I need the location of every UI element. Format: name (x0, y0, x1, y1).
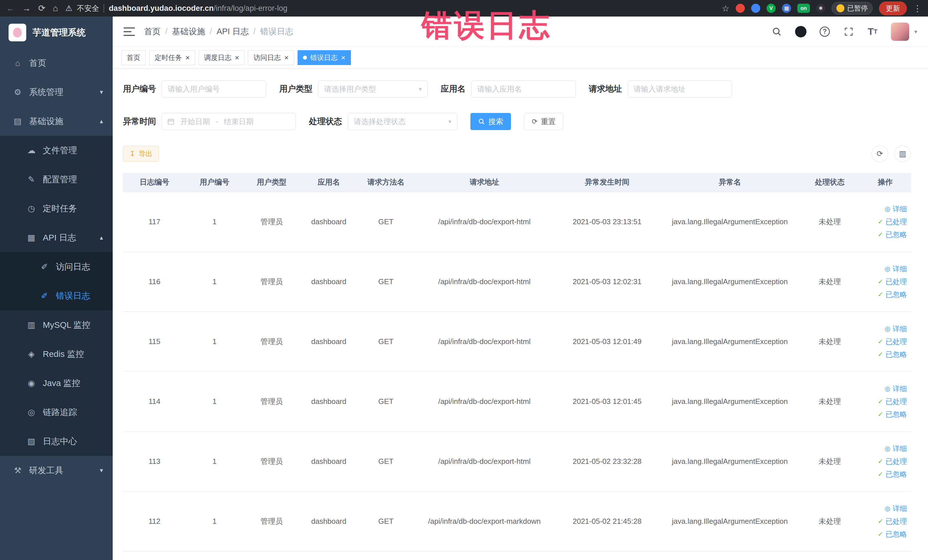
cell-url: /api/infra/db-doc/export-html (415, 371, 554, 431)
url-text[interactable]: dashboard.yudao.iocoder.cn/infra/log/api… (109, 4, 287, 13)
date-range-picker[interactable]: 开始日期 - 结束日期 (162, 113, 296, 130)
user-id-input[interactable] (162, 81, 266, 98)
sidebar-logo[interactable]: 芋道管理系统 (0, 17, 113, 49)
close-icon[interactable]: × (235, 54, 239, 61)
cell-method: GET (357, 371, 415, 431)
hamburger-icon[interactable] (124, 27, 135, 36)
cell-actions: ◎详细✓已处理✓已忽略 (859, 491, 911, 551)
tab-调度日志[interactable]: 调度日志× (198, 50, 244, 65)
sidebar-item-12[interactable]: ◎链路追踪 (0, 398, 113, 427)
action-已忽略[interactable]: ✓已忽略 (878, 470, 907, 479)
font-size-icon[interactable]: TT (867, 26, 878, 37)
bookmark-star-icon[interactable]: ☆ (722, 3, 730, 14)
column-settings-button[interactable]: ▥ (894, 145, 911, 162)
action-已忽略[interactable]: ✓已忽略 (878, 529, 907, 539)
cell-user_id: 1 (186, 192, 243, 252)
extension-icon[interactable]: ▦ (782, 4, 791, 13)
search-button[interactable]: 搜索 (470, 113, 511, 130)
select-placeholder: 请选择处理状态 (354, 117, 406, 127)
action-已处理[interactable]: ✓已处理 (878, 397, 907, 406)
breadcrumb-item[interactable]: API 日志 (217, 26, 249, 37)
close-icon[interactable]: × (284, 54, 288, 61)
breadcrumb-item[interactable]: 基础设施 (172, 26, 205, 37)
sidebar-item-10[interactable]: ◈Redis 监控 (0, 339, 113, 369)
cell-url: /api/infra/db-doc/export-html (415, 252, 554, 311)
cell-log_id: 117 (123, 192, 186, 252)
action-已忽略[interactable]: ✓已忽略 (878, 350, 907, 359)
sidebar-item-13[interactable]: ▧日志中心 (0, 427, 113, 456)
app-name-input[interactable] (471, 81, 576, 98)
fullscreen-icon[interactable] (843, 26, 855, 37)
tab-错误日志[interactable]: 错误日志× (298, 50, 351, 65)
search-icon (478, 118, 485, 125)
action-已处理[interactable]: ✓已处理 (878, 337, 907, 346)
paused-badge[interactable]: 已暂停 (832, 2, 873, 15)
action-已忽略[interactable]: ✓已忽略 (878, 410, 907, 419)
action-已处理[interactable]: ✓已处理 (878, 457, 907, 466)
sidebar-item-0[interactable]: ⌂首页 (0, 49, 113, 78)
forward-icon[interactable]: → (22, 4, 31, 12)
reload-icon[interactable]: ⟳ (38, 4, 45, 12)
breadcrumb-item[interactable]: 首页 (144, 26, 160, 37)
help-icon[interactable]: ? (819, 26, 830, 37)
sidebar-item-9[interactable]: ▥MySQL 监控 (0, 310, 113, 339)
sidebar-item-1[interactable]: ⚙系统管理▾ (0, 78, 113, 107)
chevron-down-icon: ▾ (100, 89, 103, 96)
column-header-0: 日志编号 (123, 173, 186, 192)
search-icon[interactable] (771, 26, 783, 37)
action-已忽略[interactable]: ✓已忽略 (878, 230, 907, 240)
extension-on-badge[interactable]: on (797, 4, 810, 13)
process-status-select[interactable]: 请选择处理状态 ▾ (348, 113, 457, 130)
sidebar-item-4[interactable]: ✎配置管理 (0, 165, 113, 194)
sidebar-item-3[interactable]: ☁文件管理 (0, 136, 113, 165)
action-已处理[interactable]: ✓已处理 (878, 277, 907, 287)
action-详细[interactable]: ◎详细 (885, 444, 907, 453)
refresh-table-button[interactable]: ⟳ (872, 145, 888, 162)
extension-paw-icon[interactable]: ✱ (816, 4, 825, 13)
user-type-select[interactable]: 请选择用户类型 ▾ (318, 81, 427, 98)
chevron-down-icon: ▾ (419, 85, 422, 92)
cell-log_id: 112 (123, 491, 186, 551)
sidebar-item-6[interactable]: ▦API 日志▴ (0, 223, 113, 252)
sidebar-item-8[interactable]: ✐错误日志 (0, 281, 113, 310)
chevron-down-icon[interactable]: ▾ (914, 28, 917, 35)
sidebar-item-2[interactable]: ▤基础设施▴ (0, 107, 113, 136)
request-url-input[interactable] (627, 81, 732, 98)
infra-icon: ▤ (12, 116, 23, 126)
action-详细[interactable]: ◎详细 (885, 204, 907, 214)
home-icon[interactable]: ⌂ (53, 4, 58, 12)
filter-label: 用户编号 (123, 83, 156, 95)
tab-定时任务[interactable]: 定时任务× (149, 50, 195, 65)
action-详细[interactable]: ◎详细 (885, 384, 907, 394)
table-body: 1171管理员dashboardGET/api/infra/db-doc/exp… (123, 192, 911, 551)
close-icon[interactable]: × (185, 54, 190, 61)
action-已忽略[interactable]: ✓已忽略 (878, 290, 907, 299)
cell-url: /api/infra/db-doc/export-html (415, 311, 554, 371)
sidebar-item-7[interactable]: ✐访问日志 (0, 252, 113, 281)
sidebar-item-5[interactable]: ◷定时任务 (0, 194, 113, 223)
action-详细[interactable]: ◎详细 (885, 324, 907, 334)
address-bar[interactable]: ⚠ 不安全 dashboard.yudao.iocoder.cn/infra/l… (65, 3, 714, 14)
back-icon[interactable]: ← (6, 4, 15, 12)
action-label: 详细 (893, 264, 907, 273)
action-详细[interactable]: ◎详细 (885, 504, 907, 513)
action-已处理[interactable]: ✓已处理 (878, 517, 907, 526)
extension-icon[interactable]: V (766, 4, 776, 13)
sidebar-item-11[interactable]: ◉Java 监控 (0, 369, 113, 398)
action-已处理[interactable]: ✓已处理 (878, 217, 907, 226)
chrome-menu-icon[interactable]: ⋮ (913, 3, 922, 14)
extension-icon[interactable] (736, 4, 745, 13)
export-button[interactable]: ↧ 导出 (123, 146, 159, 162)
tab-首页[interactable]: 首页 (121, 50, 146, 65)
tab-访问日志[interactable]: 访问日志× (248, 50, 294, 65)
avatar[interactable] (891, 23, 909, 41)
sidebar-item-14[interactable]: ⚒研发工具▾ (0, 456, 113, 485)
close-icon[interactable]: × (341, 54, 345, 61)
chrome-update-button[interactable]: 更新 (879, 2, 907, 15)
sidebar-item-label: 基础设施 (29, 116, 63, 127)
action-详细[interactable]: ◎详细 (885, 264, 907, 273)
reset-button[interactable]: ⟳ 重置 (524, 113, 563, 130)
github-icon[interactable] (795, 26, 806, 37)
extension-icon[interactable] (751, 4, 760, 13)
range-separator: - (216, 117, 218, 126)
